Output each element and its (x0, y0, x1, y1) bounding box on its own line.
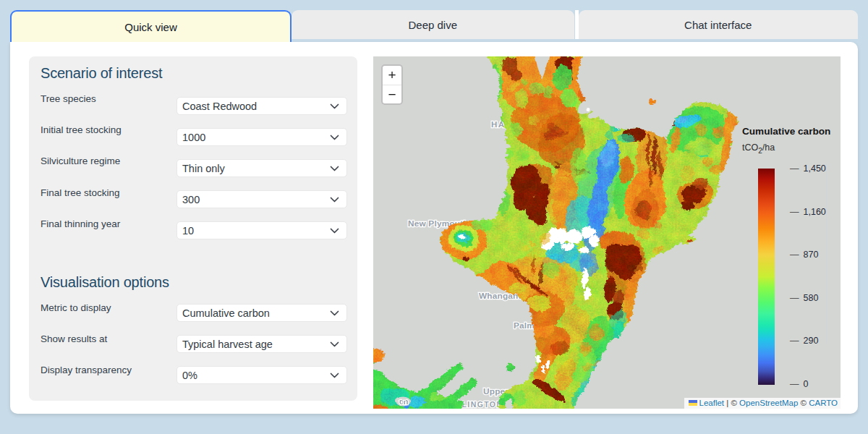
svg-text:on: on (399, 397, 409, 406)
